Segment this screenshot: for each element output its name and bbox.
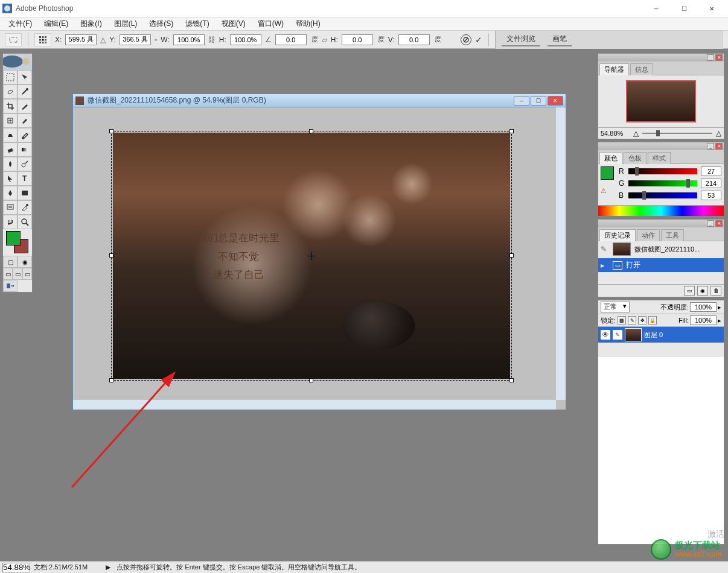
- tab-info[interactable]: 信息: [630, 63, 653, 75]
- close-button[interactable]: ✕: [698, 0, 726, 17]
- move-tool[interactable]: [18, 70, 32, 84]
- commit-transform-button[interactable]: ✓: [475, 35, 482, 45]
- magic-wand-tool[interactable]: [18, 84, 32, 99]
- aspect-lock-icon[interactable]: ⛓: [208, 36, 216, 44]
- transform-handle-bottom-left[interactable]: [109, 378, 113, 382]
- zoom-tool[interactable]: [18, 215, 32, 229]
- menu-help[interactable]: 帮助(H): [290, 17, 327, 30]
- history-brush-source-icon[interactable]: ✎: [601, 245, 609, 253]
- r-slider[interactable]: [628, 168, 697, 174]
- history-snapshot[interactable]: ✎ 微信截图_20221110...: [598, 241, 724, 257]
- h-input[interactable]: [230, 34, 261, 45]
- menu-file[interactable]: 文件(F): [2, 17, 38, 30]
- navigator-zoom-slider[interactable]: [642, 130, 712, 136]
- tab-color[interactable]: 颜色: [599, 152, 622, 164]
- tab-swatches[interactable]: 色板: [624, 152, 647, 164]
- canvas-image[interactable]: 我们总是在时光里 不知不觉 迷失了自己: [113, 133, 510, 379]
- panel-minimize-button[interactable]: _: [707, 54, 714, 61]
- layer-visibility-toggle[interactable]: 👁: [601, 330, 610, 340]
- menu-filter[interactable]: 滤镜(T): [179, 17, 215, 30]
- eraser-tool[interactable]: [3, 142, 18, 157]
- create-snapshot-button[interactable]: ◉: [697, 286, 708, 296]
- panel-close-button[interactable]: ✕: [715, 143, 723, 150]
- navigator-zoom-value[interactable]: 54.88%: [601, 130, 630, 137]
- transform-handle-bottom-right[interactable]: [509, 378, 514, 382]
- minimize-button[interactable]: ─: [642, 0, 670, 17]
- panel-close-button[interactable]: ✕: [715, 220, 723, 227]
- tab-brushes[interactable]: 画笔: [548, 33, 572, 46]
- vertical-scrollbar[interactable]: [556, 107, 566, 400]
- panel-close-button[interactable]: ✕: [715, 54, 723, 61]
- standard-mode-button[interactable]: ▢: [3, 256, 18, 268]
- pen-tool[interactable]: [3, 186, 18, 200]
- doc-maximize-button[interactable]: ☐: [531, 96, 546, 106]
- tool-preset-picker[interactable]: [5, 33, 22, 46]
- gamut-warning-icon[interactable]: ⚠: [601, 187, 607, 195]
- marquee-tool[interactable]: [3, 70, 18, 84]
- eyedropper-tool[interactable]: [18, 200, 32, 215]
- doc-minimize-button[interactable]: ─: [514, 96, 529, 106]
- color-spectrum-ramp[interactable]: [598, 205, 724, 216]
- crop-tool[interactable]: [3, 99, 18, 113]
- navigator-thumbnail[interactable]: [626, 80, 696, 122]
- path-selection-tool[interactable]: [3, 171, 18, 186]
- opacity-flyout-icon[interactable]: ▸: [718, 303, 721, 311]
- zoom-out-icon[interactable]: △: [633, 129, 639, 138]
- create-document-from-state-button[interactable]: ▭: [684, 286, 695, 296]
- brush-tool[interactable]: [18, 113, 32, 128]
- panel-minimize-button[interactable]: _: [707, 143, 714, 150]
- jump-to-imageready[interactable]: [3, 280, 18, 292]
- menu-view[interactable]: 视图(V): [216, 17, 252, 30]
- layer-name[interactable]: 图层 0: [644, 331, 663, 340]
- lock-pixels-button[interactable]: ✎: [628, 316, 636, 324]
- maximize-button[interactable]: ☐: [670, 0, 698, 17]
- opacity-input[interactable]: [690, 302, 717, 312]
- notes-tool[interactable]: [3, 200, 18, 215]
- y-input[interactable]: [120, 34, 151, 45]
- angle-input[interactable]: [275, 34, 307, 45]
- vskew-input[interactable]: [398, 34, 430, 45]
- menu-layer[interactable]: 图层(L): [108, 17, 144, 30]
- r-value-input[interactable]: [701, 166, 721, 176]
- tab-navigator[interactable]: 导航器: [599, 63, 629, 75]
- lock-all-button[interactable]: 🔒: [648, 316, 657, 324]
- layer-thumbnail[interactable]: [625, 328, 642, 341]
- reference-point-icon[interactable]: [34, 33, 51, 46]
- healing-brush-tool[interactable]: [3, 113, 18, 128]
- transform-handle-top-right[interactable]: [509, 129, 514, 133]
- canvas-area[interactable]: 我们总是在时光里 不知不觉 迷失了自己: [73, 107, 566, 410]
- g-value-input[interactable]: [701, 179, 721, 188]
- lasso-tool[interactable]: [3, 84, 18, 99]
- blend-mode-select[interactable]: 正常 ▾: [601, 302, 630, 312]
- status-zoom-input[interactable]: [2, 563, 30, 572]
- fill-input[interactable]: [690, 315, 717, 325]
- g-slider[interactable]: [628, 180, 697, 186]
- hskew-input[interactable]: [342, 34, 373, 45]
- foreground-color[interactable]: [6, 231, 21, 245]
- history-brush-tool[interactable]: [18, 128, 32, 142]
- link-icon[interactable]: ▫: [155, 36, 157, 44]
- blur-tool[interactable]: [3, 157, 18, 171]
- x-input[interactable]: [65, 34, 97, 45]
- tab-file-browser[interactable]: 文件浏览: [502, 33, 540, 46]
- b-value-input[interactable]: [701, 191, 721, 200]
- menu-image[interactable]: 图象(I): [74, 17, 107, 30]
- slice-tool[interactable]: [18, 99, 32, 113]
- horizontal-scrollbar[interactable]: [73, 400, 556, 410]
- color-panel-fg[interactable]: [601, 166, 614, 180]
- tab-styles[interactable]: 样式: [648, 152, 671, 164]
- layer-item[interactable]: 👁 ✎ 图层 0: [598, 327, 724, 343]
- cancel-transform-button[interactable]: [461, 34, 471, 45]
- shape-tool[interactable]: [18, 186, 32, 200]
- toolbox-header[interactable]: [3, 54, 32, 70]
- document-titlebar[interactable]: 微信截图_20221110154658.png @ 54.9%(图层 0,RGB…: [73, 94, 566, 107]
- menu-edit[interactable]: 编辑(E): [38, 17, 74, 30]
- menu-window[interactable]: 窗口(W): [252, 17, 290, 30]
- b-slider[interactable]: [628, 192, 697, 198]
- transform-handle-right-center[interactable]: [509, 253, 514, 258]
- history-state-open[interactable]: ▸ ▭ 打开: [598, 258, 724, 272]
- tab-tool-presets[interactable]: 工具: [661, 229, 684, 241]
- clone-stamp-tool[interactable]: [3, 128, 18, 142]
- dodge-tool[interactable]: [18, 157, 32, 171]
- status-play-icon[interactable]: ▶: [106, 563, 110, 571]
